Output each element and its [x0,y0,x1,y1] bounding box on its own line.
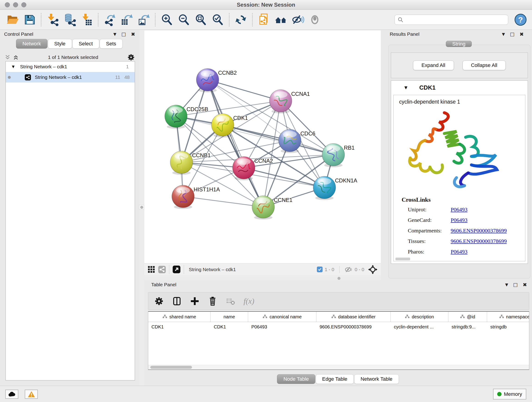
tree-expander-icon[interactable]: ▼ [12,65,15,69]
node-CDC25B[interactable]: CDC25B [165,105,208,129]
table-cell[interactable]: P06493 [248,322,317,332]
node-CCNE1[interactable]: CCNE1 [252,196,292,220]
table-hscrollbar[interactable] [148,365,529,370]
home-icon[interactable] [273,12,288,27]
column-header-namespace[interactable]: namespace [487,312,529,322]
gene-name: CDK1 [419,84,436,91]
collapse-all-button[interactable]: Collapse All [462,61,506,70]
column-header--id[interactable]: @id [448,312,487,322]
tab-network-table[interactable]: Network Table [354,374,399,384]
fit-crosshair-icon[interactable] [368,265,378,274]
warning-button[interactable] [25,390,38,399]
expand-all-button[interactable]: Expand All [413,61,454,70]
add-row-icon[interactable] [190,296,200,306]
tab-string[interactable]: String [446,41,472,47]
crosslink-link[interactable]: P06493 [451,249,467,255]
birdseye-view-icon[interactable] [147,266,155,273]
open-session-icon[interactable] [5,12,20,27]
network-canvas[interactable]: CCNB2 CCNA1 CDC25B CDK1 [144,31,381,263]
network-row-selected[interactable]: String Network – cdk1 11 48 [6,72,135,83]
zoom-in-icon[interactable] [159,12,174,27]
gear-icon[interactable] [127,54,135,61]
results-close-icon[interactable]: ✖ [520,32,524,37]
node-RB1[interactable]: RB1 [322,143,355,167]
table-close-icon[interactable]: ✖ [523,282,527,288]
help-button[interactable]: ? [515,14,526,26]
table-collapse-icon[interactable]: ▼ [505,282,508,287]
column-header-shared-name[interactable]: shared name [148,312,210,322]
memory-button[interactable]: Memory [493,389,526,400]
crosslink-link[interactable]: 9606.ENSP00000378699 [451,238,507,244]
refresh-icon[interactable] [234,12,248,27]
scrollbar-thumb[interactable] [150,366,192,369]
cloud-button[interactable] [5,390,18,399]
edge-CCNB2-CCNA1[interactable] [208,80,281,101]
gene-entry-header[interactable]: ▼ CDK1 [391,81,528,95]
export-image-icon[interactable] [136,12,151,27]
table-float-icon[interactable]: □ [513,282,518,287]
add-column-icon[interactable] [172,296,182,306]
shared-column-icon [460,314,465,319]
network-graph[interactable]: CCNB2 CCNA1 CDC25B CDK1 [144,31,381,263]
selected-checkbox-icon[interactable] [317,267,323,272]
hide-panels-icon[interactable] [291,12,305,27]
table-cell[interactable]: CDK1 [148,322,210,332]
bottom-splitter-handle[interactable] [336,276,341,281]
node-HIST1H1A[interactable]: HIST1H1A [172,185,220,209]
import-database-icon[interactable] [62,12,77,27]
table-cell[interactable]: stringdb:9... [448,322,487,332]
tab-edge-table[interactable]: Edge Table [316,374,354,384]
node-CDKN1A[interactable]: CDKN1A [313,176,357,200]
open-in-new-window-icon[interactable] [172,265,181,274]
column-header-description[interactable]: description [391,312,448,322]
edge-HIST1H1A-CCNE1[interactable] [183,196,263,207]
crosslink-link[interactable]: P06493 [451,206,467,213]
node-CCNB2[interactable]: CCNB2 [196,69,237,92]
network-collection-row[interactable]: ▼ String Network – cdk1 1 [6,61,135,72]
search-input[interactable] [405,17,505,22]
results-float-icon[interactable]: □ [510,32,515,37]
tab-style[interactable]: Style [48,39,72,49]
search-box[interactable] [394,15,508,25]
clone-network-icon[interactable] [257,12,271,27]
expand-all-icon[interactable] [13,54,19,60]
delete-icon[interactable] [208,296,217,306]
table-cell[interactable]: 9606.ENSP00000378699 [317,322,391,332]
edge-CDK1-RB1[interactable] [223,125,333,155]
table-cell[interactable]: stringdb [487,322,529,332]
tab-network[interactable]: Network [16,39,47,49]
hidden-eye-icon[interactable] [345,266,353,273]
table-gear-icon[interactable] [154,296,164,306]
panel-float-icon[interactable]: □ [121,32,126,37]
import-table-icon[interactable] [79,12,94,27]
column-header-database-identifier[interactable]: database identifier [317,312,391,322]
node-table[interactable]: shared namenamecanonical namedatabase id… [148,311,529,370]
node-CCNA2[interactable]: CCNA2 [233,157,273,180]
panel-collapse-icon[interactable]: ▼ [114,32,116,36]
export-table-icon[interactable] [119,12,134,27]
collapse-all-icon[interactable] [5,54,11,60]
tab-sets[interactable]: Sets [100,39,123,49]
zoom-out-icon[interactable] [177,12,191,27]
table-row[interactable]: CDK1CDK1P064939606.ENSP00000378699cyclin… [148,322,529,332]
tab-node-table[interactable]: Node Table [277,374,315,384]
crosslink-link[interactable]: P06493 [451,217,467,223]
share-view-icon[interactable] [158,265,166,274]
table-cell[interactable]: cyclin-dependent ... [391,322,448,332]
left-splitter-handle[interactable] [139,205,144,210]
save-session-icon[interactable] [22,12,37,27]
show-panel-icon[interactable] [307,12,322,27]
table-cell[interactable]: CDK1 [210,322,248,332]
crosslink-link[interactable]: 9606.ENSP00000378699 [451,228,507,234]
column-header-canonical-name[interactable]: canonical name [248,312,317,322]
zoom-fit-icon[interactable] [193,12,208,27]
results-collapse-icon[interactable]: ▼ [502,32,505,36]
panel-close-icon[interactable]: ✖ [131,32,135,37]
scrollbar-stub[interactable] [395,258,410,260]
export-network-icon[interactable] [102,12,117,27]
column-header-name[interactable]: name [210,312,248,322]
tab-select[interactable]: Select [72,39,99,49]
zoom-selected-icon[interactable] [210,12,225,27]
import-network-icon[interactable] [45,12,60,27]
entry-expander-icon[interactable]: ▼ [404,85,407,90]
